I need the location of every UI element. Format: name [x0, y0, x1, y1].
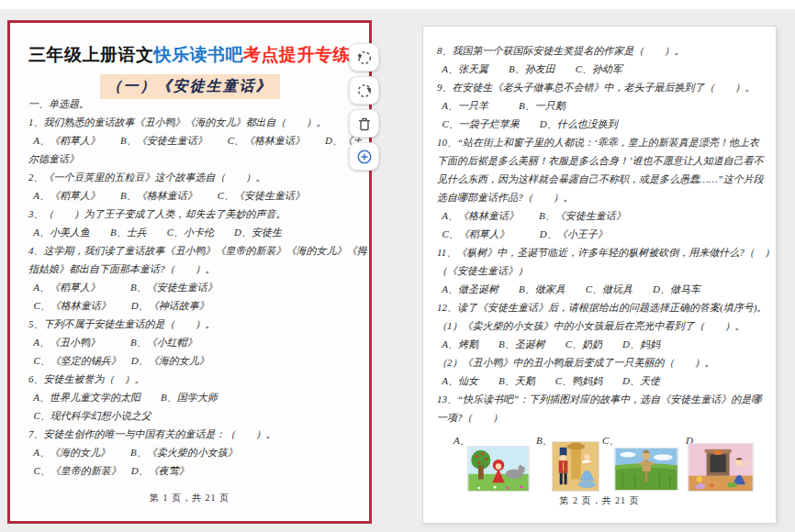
- page1-number-indicator: 第 1 页，共 21 页: [10, 492, 369, 504]
- text-line: 8、我国第一个获国际安徒生奖提名的作家是（ ）。: [437, 41, 769, 60]
- text-line: 9、在安徒生《老头子做事总不会错》中，老头子最后换到了（ ）。: [437, 78, 769, 96]
- text-line: A、一只羊 B、一只鹅: [437, 96, 769, 115]
- text-line: 4、这学期，我们读了童话故事《丑小鸭》《皇帝的新装》《海的女儿》《拇: [28, 241, 364, 260]
- option-b-image-tin-soldier: [552, 441, 599, 492]
- text-line: 1、我们熟悉的童话故事《丑小鸭》《海的女儿》都出自（ ）。: [28, 113, 364, 131]
- text-line: A、《海的女儿》 B、《卖火柴的小女孩》: [28, 443, 364, 461]
- text-line: 一、单选题。: [28, 94, 364, 113]
- text-line: 7、安徒生创作的唯一与中国有关的童话是：（ ）。: [28, 425, 364, 443]
- title-grade-part: 三年级上册语文: [28, 45, 154, 64]
- text-line: 5、下列不属于安徒生童话的是（ ）。: [28, 315, 364, 333]
- cinderella-illustration: [689, 444, 753, 491]
- top-strip: [0, 0, 795, 9]
- text-line: C、《稻草人》 D、《小王子》: [437, 225, 769, 243]
- text-line: A、《丑小鸭》 B、《小红帽》: [28, 333, 364, 351]
- text-line: 10、“站在街上和窗子里的人都说：‘乖乖，皇上的新装真是漂亮！他上衣: [437, 133, 769, 151]
- scarecrow-illustration: [615, 449, 677, 490]
- text-line: C、《坚定的锡兵》 D、《海的女儿》: [28, 351, 364, 370]
- option-d-image-cinderella: [688, 443, 754, 492]
- page2-body-text: 8、我国第一个获国际安徒生奖提名的作家是（ ）。 A、张天翼 B、孙友田 C、孙…: [437, 41, 769, 427]
- text-line: 一项?（ ）: [437, 408, 769, 427]
- title-exam-part: 考点提升专练: [243, 45, 351, 64]
- option-b-label: B、: [536, 434, 553, 448]
- text-line: A、做圣诞树 B、做家具 C、做玩具 D、做马车: [437, 280, 769, 298]
- text-line: A、张天翼 B、孙友田 C、孙幼军: [437, 60, 769, 78]
- text-line: 12、读了《安徒生童话》后，请根据给出的问题选择正确的答案(填序号)。: [437, 298, 769, 316]
- circle-plus-icon: [355, 148, 374, 166]
- text-line: A、《格林童话》 B、《安徒生童话》: [437, 206, 769, 225]
- text-line: （2）《丑小鸭》中的丑小鸭最后变成了一只美丽的（ ）。: [437, 353, 769, 371]
- page2-number-indicator: 第 2 页，共 21 页: [423, 494, 776, 507]
- trash-icon: [355, 115, 374, 133]
- text-line: 2、《一个豆荚里的五粒豆》这个故事选自（ ）。: [28, 168, 364, 186]
- text-line: 尔德童话》: [28, 150, 364, 168]
- text-line: 见什么东西，因为这样就会暴露自己不称职，或是多么愚蠢……”这个片段: [437, 170, 769, 188]
- text-line: A、仙女 B、天鹅 C、鸭妈妈 D、天使: [437, 371, 769, 390]
- text-line: 3、（ ）为了王子变成了人类，却失去了美妙的声音。: [28, 205, 364, 223]
- text-line: C、一袋子烂苹果 D、什么也没换到: [437, 115, 769, 133]
- text-line: 指姑娘》都出自下面那本童话?（ ）。: [28, 260, 364, 278]
- rotate-right-button[interactable]: [349, 76, 379, 105]
- worksheet-page-2[interactable]: 8、我国第一个获国际安徒生奖提名的作家是（ ）。 A、张天翼 B、孙友田 C、孙…: [422, 26, 777, 524]
- title-reading-part: 快乐读书吧: [154, 45, 244, 64]
- text-line: 选自哪部童话作品?（ ）。: [437, 188, 769, 206]
- zoom-in-button[interactable]: [349, 142, 379, 171]
- delete-button[interactable]: [349, 109, 379, 138]
- text-line: A、世界儿童文学的太阳 B、国学大师: [28, 388, 364, 406]
- text-line: A、小美人鱼 B、士兵 C、小卡伦 D、安徒生: [28, 223, 364, 241]
- text-line: C、现代科学幻想小说之父: [28, 406, 364, 425]
- text-line: （1）《卖火柴的小女孩》中的小女孩最后在亮光中看到了（ ）。: [437, 316, 769, 335]
- option-a-image-red-riding-hood: [467, 446, 530, 492]
- text-line: A、《稻草人》 B、《格林童话》 C、《安徒生童话》: [28, 186, 364, 205]
- option-c-image-scarecrow: [614, 448, 678, 491]
- tin-soldier-illustration: [553, 442, 599, 491]
- text-line: 13、“快乐读书吧”：下列插图对应的故事中，选自《安徒生童话》的是哪: [437, 390, 769, 408]
- red-riding-hood-illustration: [468, 447, 529, 491]
- rotate-ccw-icon: [355, 49, 374, 67]
- text-line: 11、《枞树》中，圣诞节临近，许多年轻的枞树被砍倒，用来做什么?（ ）: [437, 243, 769, 261]
- worksheet-page-1[interactable]: 三年级上册语文快乐读书吧考点提升专练 （一）《安徒生童话》 一、单选题。1、我们…: [7, 20, 372, 524]
- page1-body-text: 一、单选题。1、我们熟悉的童话故事《丑小鸭》《海的女儿》都出自（ ）。 A、《稻…: [28, 94, 364, 480]
- text-line: 下面的后裾是多么美丽！衣服是多么合身！’谁也不愿意让人知道自己看不: [437, 151, 769, 170]
- rotate-cw-icon: [355, 82, 374, 100]
- text-line: 6、安徒生被誉为（ ）。: [28, 370, 364, 388]
- text-line: A、《稻草人》 B、《安徒生童话》 C、《格林童话》 D、《王: [28, 131, 364, 150]
- text-line: C、《皇帝的新装》 D、《夜莺》: [28, 461, 364, 480]
- text-line: A、烤鹅 B、圣诞树 C、奶奶 D、妈妈: [437, 335, 769, 353]
- page-title: 三年级上册语文快乐读书吧考点提升专练: [10, 43, 369, 67]
- selection-toolbar: [349, 43, 379, 175]
- text-line: A、《稻草人》 B、《安徒生童话》: [28, 278, 364, 296]
- text-line: （《安徒生童话》）: [437, 261, 769, 280]
- rotate-left-button[interactable]: [349, 43, 379, 72]
- option-c-label: C、: [602, 434, 619, 448]
- text-line: C、《格林童话》 D、《神话故事》: [28, 296, 364, 315]
